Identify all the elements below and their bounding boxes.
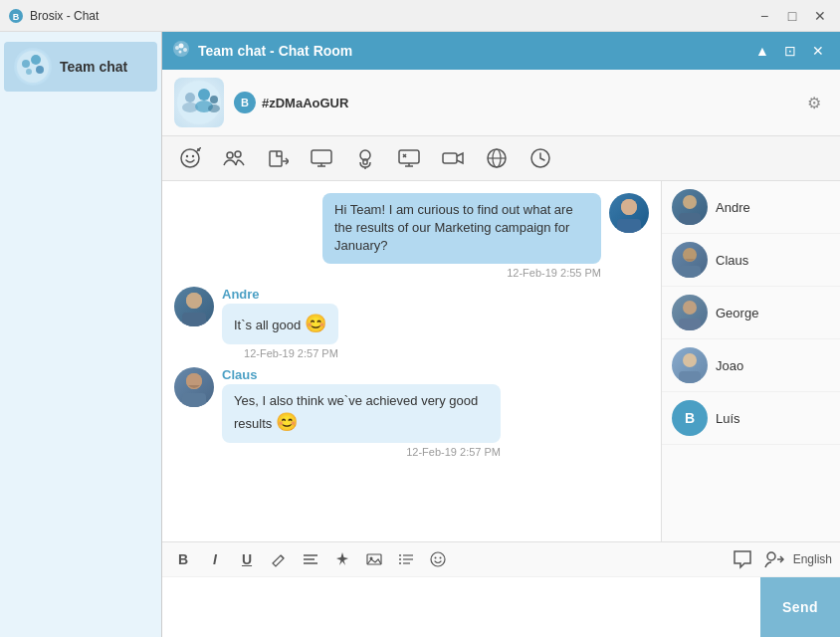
- input-toolbar: B I U: [162, 542, 840, 577]
- collapse-button[interactable]: ▲: [750, 39, 774, 63]
- underline-button[interactable]: U: [234, 546, 260, 572]
- emoji-button[interactable]: [425, 546, 451, 572]
- main-layout: Team chat Team chat - Chat Room ▲ ⊡ ✕: [0, 32, 840, 637]
- svg-point-50: [186, 293, 202, 309]
- member-item-luis[interactable]: B Luís: [662, 392, 840, 445]
- member-name: Luís: [716, 411, 740, 426]
- message-row: Hi Team! I am curious to find out what a…: [174, 193, 649, 279]
- svg-rect-33: [363, 159, 367, 164]
- message-text: It`s all good 😊: [234, 318, 326, 332]
- transfer-button[interactable]: [761, 546, 787, 572]
- chat-header-title: Team chat - Chat Room: [198, 43, 750, 59]
- member-item-george[interactable]: George: [662, 287, 840, 339]
- history-button[interactable]: [525, 142, 556, 174]
- window-controls: − □ ✕: [752, 4, 832, 28]
- member-name: George: [716, 306, 758, 320]
- image-button[interactable]: [361, 546, 387, 572]
- message-avatar-me: [609, 193, 649, 233]
- settings-button[interactable]: ⚙: [800, 89, 828, 116]
- popout-button[interactable]: ⊡: [778, 39, 802, 63]
- language-label: English: [793, 552, 832, 566]
- maximize-button[interactable]: □: [780, 4, 804, 28]
- chat-header-icon: [172, 40, 190, 62]
- svg-point-79: [767, 552, 775, 560]
- message-text: Hi Team! I am curious to find out what a…: [334, 202, 573, 253]
- video-button[interactable]: [437, 142, 469, 174]
- people-button[interactable]: [218, 142, 250, 174]
- message-bubble: It`s all good 😊: [222, 304, 338, 344]
- svg-rect-46: [617, 219, 641, 233]
- svg-rect-57: [679, 266, 701, 278]
- member-item-joao[interactable]: Joao: [662, 339, 840, 392]
- member-avatar: [672, 242, 708, 278]
- channel-sticker: [174, 78, 224, 127]
- pen-button[interactable]: [266, 546, 292, 572]
- svg-point-10: [183, 48, 187, 52]
- align-button[interactable]: [298, 546, 323, 572]
- svg-point-8: [175, 46, 179, 50]
- svg-point-3: [22, 60, 30, 68]
- member-name: Joao: [716, 358, 743, 373]
- magic-button[interactable]: [329, 546, 355, 572]
- remote-desktop-button[interactable]: [393, 142, 425, 174]
- channel-info-right: ⚙: [800, 89, 828, 116]
- send-button[interactable]: Send: [760, 577, 840, 637]
- svg-point-9: [179, 44, 184, 49]
- message-content-claus: Claus Yes, I also think we`ve achieved v…: [222, 367, 501, 458]
- members-panel: Andre Claus: [661, 181, 840, 541]
- svg-rect-59: [679, 318, 701, 330]
- send-file-button[interactable]: [262, 142, 294, 174]
- message-avatar-claus: [174, 367, 214, 407]
- svg-point-78: [440, 557, 442, 559]
- svg-point-58: [683, 301, 697, 315]
- svg-point-17: [210, 96, 218, 104]
- message-time: 12-Feb-19 2:57 PM: [222, 347, 338, 359]
- member-item-andre[interactable]: Andre: [662, 181, 840, 234]
- svg-point-19: [181, 149, 199, 167]
- svg-point-26: [235, 151, 241, 157]
- message-time: 12-Feb-19 2:55 PM: [507, 267, 601, 279]
- close-button[interactable]: ✕: [808, 4, 832, 28]
- message-row: Andre It`s all good 😊 12-Feb-19 2:57 PM: [174, 287, 649, 359]
- message-content-andre: Andre It`s all good 😊 12-Feb-19 2:57 PM: [222, 287, 338, 359]
- member-avatar: B: [672, 400, 708, 436]
- voice-button[interactable]: [349, 142, 381, 174]
- svg-point-4: [31, 55, 41, 65]
- message-input[interactable]: [162, 577, 760, 637]
- svg-point-47: [621, 199, 637, 215]
- svg-line-64: [281, 555, 284, 558]
- svg-point-25: [227, 152, 233, 158]
- title-bar: B Brosix - Chat − □ ✕: [0, 0, 840, 32]
- bold-button[interactable]: B: [170, 546, 196, 572]
- chat-area: Team chat - Chat Room ▲ ⊡ ✕: [162, 32, 840, 637]
- list-button[interactable]: [393, 546, 419, 572]
- svg-rect-40: [443, 153, 457, 163]
- screen-share-button[interactable]: [306, 142, 337, 174]
- svg-point-77: [435, 557, 437, 559]
- messages-list[interactable]: Hi Team! I am curious to find out what a…: [162, 181, 661, 541]
- svg-point-15: [198, 89, 210, 101]
- browse-button[interactable]: [481, 142, 513, 174]
- member-item-claus[interactable]: Claus: [662, 234, 840, 287]
- italic-button[interactable]: I: [202, 546, 228, 572]
- svg-rect-29: [312, 150, 331, 163]
- sidebar-item-teamchat[interactable]: Team chat: [4, 42, 157, 92]
- svg-point-11: [179, 51, 182, 54]
- svg-point-5: [36, 66, 44, 74]
- chat-toolbar: [162, 136, 840, 181]
- sidebar: Team chat: [0, 32, 162, 637]
- svg-point-54: [683, 195, 697, 209]
- svg-point-60: [683, 353, 697, 367]
- message-bubble: Yes, I also think we`ve achieved very go…: [222, 384, 501, 443]
- svg-rect-68: [367, 554, 381, 564]
- member-name: Andre: [716, 200, 750, 215]
- member-avatar: [672, 189, 708, 225]
- member-avatar: [672, 295, 708, 330]
- add-emoticon-button[interactable]: [174, 142, 206, 174]
- input-toolbar-right: English: [730, 546, 832, 572]
- channel-badge: B: [234, 92, 256, 113]
- minimize-button[interactable]: −: [752, 4, 776, 28]
- chat-icon-button[interactable]: [730, 546, 755, 572]
- close-chat-button[interactable]: ✕: [806, 39, 830, 63]
- svg-rect-55: [679, 213, 701, 225]
